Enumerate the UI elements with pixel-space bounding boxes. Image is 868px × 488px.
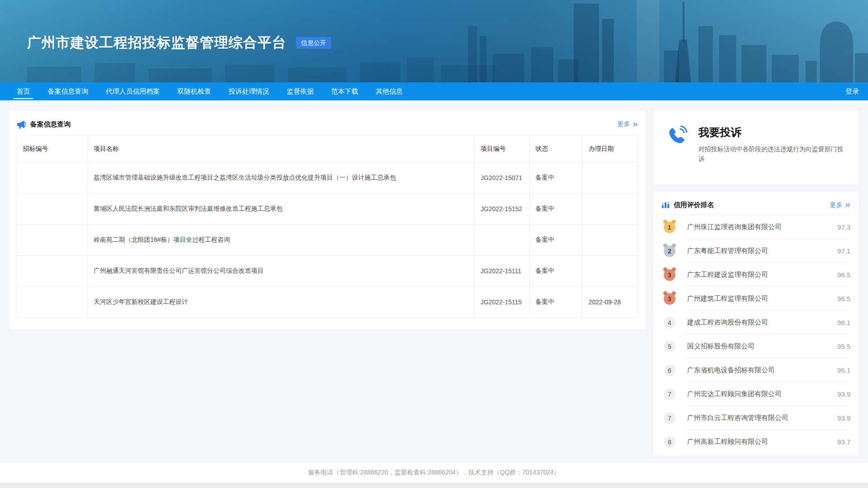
date-cell — [583, 163, 638, 194]
project-no-cell: JG2022-15115 — [475, 287, 530, 318]
ranking-item[interactable]: 6广东省机电设备招标有限公司95.1 — [661, 358, 850, 382]
bid-no-cell — [17, 163, 88, 194]
rank-badge: 2 — [664, 245, 675, 257]
ranking-item[interactable]: 7广州市白云工程咨询管理有限公司93.9 — [661, 406, 850, 430]
company-name: 广州市白云工程咨询管理有限公司 — [687, 414, 788, 422]
project-name-cell: 岭南苑二期（北组团16#栋）项目全过程工程咨询 — [88, 225, 475, 256]
project-name-cell: 荔湾区城市管理基础设施升级改造工程项目之荔湾区生活垃圾分类投放点优化提升项目（一… — [88, 163, 475, 194]
project-name-cell: 黄埔区人民法院长洲法庭和东院区审判法庭维修改造工程施工总承包 — [88, 194, 475, 225]
column-header-2: 项目编号 — [475, 136, 530, 163]
company-name: 广州宏达工程顾问集团有限公司 — [687, 390, 782, 398]
complaint-card[interactable]: 我要投诉 对招投标活动中各阶段的违法违规行为向监督部门投诉 — [653, 111, 859, 185]
nav-item-6[interactable]: 范本下载 — [331, 82, 358, 100]
company-name: 广东粤能工程管理有限公司 — [687, 247, 768, 255]
double-chevron-icon — [845, 203, 850, 208]
filing-section-title: 备案信息查询 — [30, 120, 71, 129]
rank-badge: 4 — [664, 317, 675, 329]
company-name: 国义招标股份有限公司 — [687, 342, 755, 351]
column-header-0: 招标编号 — [17, 136, 88, 163]
rank-badge: 6 — [664, 365, 675, 376]
company-name: 广东工程建设监理有限公司 — [687, 271, 768, 279]
rank-badge: 1 — [664, 221, 675, 233]
project-name-cell: 广州融通天河宾馆有限责任公司广运宾馆分公司综合改造项目 — [88, 256, 475, 287]
footer-text: 服务电话（管理科:28866220，监督检查科:28866204），技术支持（Q… — [308, 469, 560, 477]
rank-badge: 5 — [664, 341, 675, 352]
ranking-item[interactable]: 4建成工程咨询股份有限公司96.1 — [661, 311, 850, 334]
table-row[interactable]: 广州融通天河宾馆有限责任公司广运宾馆分公司综合改造项目JG2022-15111备… — [17, 256, 638, 287]
project-no-cell: JG2022-15111 — [475, 256, 530, 287]
phone-icon — [667, 124, 688, 185]
table-row[interactable]: 岭南苑二期（北组团16#栋）项目全过程工程咨询备案中 — [17, 225, 638, 256]
status-cell: 备案中 — [530, 194, 583, 225]
project-no-cell: JG2022-15071 — [475, 163, 530, 194]
login-link[interactable]: 登录 — [846, 82, 868, 100]
filing-table: 招标编号项目名称项目编号状态办理日期 荔湾区城市管理基础设施升级改造工程项目之荔… — [17, 135, 638, 318]
filing-table-header-row: 招标编号项目名称项目编号状态办理日期 — [17, 136, 638, 163]
ranking-item[interactable]: 3广州建筑工程监理有限公司96.5 — [661, 287, 850, 311]
nav-item-3[interactable]: 双随机检查 — [177, 82, 211, 100]
bottom-strip — [0, 483, 868, 488]
project-name-cell: 天河区少年宫新校区建设工程设计 — [88, 287, 475, 318]
bar-chart-icon — [661, 201, 670, 209]
status-cell: 备案中 — [530, 256, 583, 287]
filing-section-header: 备案信息查询 更多 — [17, 116, 638, 132]
company-name: 广州珠江监理咨询集团有限公司 — [687, 223, 782, 231]
page-footer: 服务电话（管理科:28866220，监督检查科:28866204），技术支持（Q… — [0, 463, 868, 483]
bid-no-cell — [17, 194, 88, 225]
nav-item-1[interactable]: 备案信息查询 — [48, 82, 88, 100]
ranking-item[interactable]: 8广州高新工程顾问有限公司93.7 — [661, 430, 850, 454]
filing-table-body: 荔湾区城市管理基础设施升级改造工程项目之荔湾区生活垃圾分类投放点优化提升项目（一… — [17, 163, 638, 318]
company-name: 广州建筑工程监理有限公司 — [687, 294, 768, 303]
table-row[interactable]: 荔湾区城市管理基础设施升级改造工程项目之荔湾区生活垃圾分类投放点优化提升项目（一… — [17, 163, 638, 194]
date-cell: 2022-09-28 — [583, 287, 638, 318]
date-cell — [583, 225, 638, 256]
column-header-3: 状态 — [530, 136, 583, 163]
bid-no-cell — [17, 225, 88, 256]
ranking-section-header: 信用评价排名 更多 — [661, 195, 850, 215]
project-no-cell: JG2022-15152 — [475, 194, 530, 225]
ranking-item[interactable]: 1广州珠江监理咨询集团有限公司97.3 — [661, 215, 850, 239]
ranking-list: 1广州珠江监理咨询集团有限公司97.32广东粤能工程管理有限公司97.13广东工… — [661, 215, 850, 454]
complaint-title: 我要投诉 — [698, 125, 849, 140]
rank-badge: 7 — [664, 389, 675, 400]
table-row[interactable]: 黄埔区人民法院长洲法庭和东院区审判法庭维修改造工程施工总承包JG2022-151… — [17, 194, 638, 225]
filing-more-link[interactable]: 更多 — [617, 120, 638, 128]
nav-item-7[interactable]: 其他信息 — [376, 82, 403, 100]
double-chevron-icon — [633, 122, 638, 127]
company-name: 广州高新工程顾问有限公司 — [687, 438, 768, 446]
rank-badge: 3 — [664, 269, 675, 281]
ranking-item[interactable]: 7广州宏达工程顾问集团有限公司93.9 — [661, 382, 850, 406]
info-disclosure-badge[interactable]: 信息公开 — [296, 37, 331, 49]
company-name: 广东省机电设备招标有限公司 — [687, 366, 775, 375]
bid-no-cell — [17, 256, 88, 287]
nav-item-5[interactable]: 监督依据 — [287, 82, 314, 100]
credit-score: 96.5 — [837, 295, 850, 303]
rank-badge: 3 — [664, 293, 675, 305]
credit-score: 95.5 — [837, 343, 850, 350]
ranking-item[interactable]: 5国义招标股份有限公司95.5 — [661, 334, 850, 358]
nav-item-0[interactable]: 首页 — [17, 82, 30, 100]
date-cell — [583, 256, 638, 287]
rank-badge: 7 — [664, 412, 675, 424]
credit-score: 96.1 — [837, 319, 850, 326]
credit-score: 93.7 — [837, 438, 850, 446]
project-no-cell — [475, 225, 530, 256]
ranking-item[interactable]: 2广东粤能工程管理有限公司97.1 — [661, 239, 850, 263]
company-name: 建成工程咨询股份有限公司 — [687, 318, 768, 327]
credit-score: 97.1 — [837, 247, 850, 255]
status-cell: 备案中 — [530, 163, 583, 194]
status-cell: 备案中 — [530, 287, 583, 318]
right-column: 我要投诉 对招投标活动中各阶段的违法违规行为向监督部门投诉 信用评价排名 更多 — [653, 111, 859, 463]
status-cell: 备案中 — [530, 225, 583, 256]
credit-score: 95.1 — [837, 366, 850, 374]
ranking-more-link[interactable]: 更多 — [830, 201, 850, 209]
site-title: 广州市建设工程招投标监督管理综合平台 — [27, 33, 286, 52]
rank-badge: 8 — [664, 436, 675, 448]
ranking-item[interactable]: 3广东工程建设监理有限公司96.5 — [661, 263, 850, 287]
table-row[interactable]: 天河区少年宫新校区建设工程设计JG2022-15115备案中2022-09-28 — [17, 287, 638, 318]
bid-no-cell — [17, 287, 88, 318]
nav-item-4[interactable]: 投诉处理情况 — [229, 82, 269, 100]
main-nav: 首页备案信息查询代理人员信用档案双随机检查投诉处理情况监督依据范本下载其他信息 … — [0, 82, 868, 100]
complaint-text: 我要投诉 对招投标活动中各阶段的违法违规行为向监督部门投诉 — [698, 124, 849, 185]
nav-item-2[interactable]: 代理人员信用档案 — [106, 82, 160, 100]
